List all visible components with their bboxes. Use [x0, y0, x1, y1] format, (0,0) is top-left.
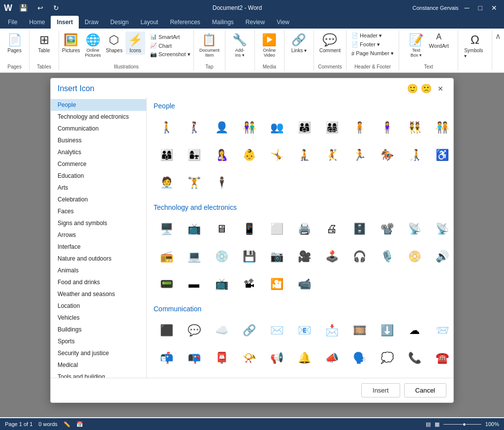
- icon-cell[interactable]: 📱: [236, 216, 262, 242]
- ribbon-tab-file[interactable]: File: [2, 16, 23, 29]
- icon-cell[interactable]: 🧎: [291, 142, 317, 168]
- sidebar-item-commerce[interactable]: Commerce: [51, 158, 146, 170]
- document-item-button[interactable]: 📋 DocumentItem: [197, 32, 221, 59]
- table-button[interactable]: ⊞ Table: [34, 32, 54, 55]
- icon-cell[interactable]: 🧍‍♀️: [374, 115, 400, 140]
- ribbon-tab-draw[interactable]: Draw: [79, 16, 104, 29]
- icons-button[interactable]: ⚡ Icons: [126, 32, 145, 55]
- icon-cell[interactable]: 📮: [209, 345, 234, 371]
- smartart-button[interactable]: 📊SmartArt: [148, 33, 192, 41]
- shapes-button[interactable]: ⬡ Shapes: [104, 32, 125, 55]
- icon-cell[interactable]: 📡: [429, 216, 453, 242]
- icon-cell[interactable]: 📯: [236, 345, 262, 371]
- sidebar-item-faces[interactable]: Faces: [51, 205, 146, 217]
- icon-cell[interactable]: 📻: [154, 244, 179, 269]
- icon-cell[interactable]: 🗣️: [346, 345, 372, 371]
- icon-cell[interactable]: 💾: [236, 244, 262, 269]
- icon-cell[interactable]: 🏃: [346, 142, 372, 168]
- icon-cell[interactable]: 🎧: [346, 244, 372, 269]
- sidebar-item-analytics[interactable]: Analytics: [51, 146, 146, 158]
- icon-cell[interactable]: 📣: [319, 345, 345, 371]
- ribbon-tab-layout[interactable]: Layout: [134, 16, 164, 29]
- comment-button[interactable]: 💬 Comment: [317, 32, 343, 55]
- icon-cell[interactable]: 🖥: [209, 216, 234, 242]
- pages-button[interactable]: 📄 Pages: [5, 32, 25, 55]
- icon-cell[interactable]: 🔗: [236, 318, 262, 343]
- page-number-button[interactable]: #Page Number ▾: [349, 49, 396, 58]
- ribbon-tab-view[interactable]: View: [271, 16, 295, 29]
- icon-cell[interactable]: 👥: [264, 115, 289, 140]
- icon-cell[interactable]: 🔔: [291, 345, 317, 371]
- ribbon-tab-mailings[interactable]: Mailings: [206, 16, 240, 29]
- sidebar-item-interface[interactable]: Interface: [51, 241, 146, 253]
- sad-icon[interactable]: 🙁: [421, 83, 432, 94]
- maximize-btn[interactable]: □: [475, 3, 485, 13]
- wordart-button[interactable]: AWordArt: [427, 32, 451, 50]
- header-button[interactable]: 📄Header ▾: [349, 32, 384, 40]
- ribbon-tab-home[interactable]: Home: [23, 16, 51, 29]
- online-pictures-button[interactable]: 🌐 OnlinePictures: [83, 32, 103, 59]
- icon-cell[interactable]: 🖥️: [154, 216, 179, 242]
- icon-cell[interactable]: ✉️: [264, 318, 289, 343]
- addins-button[interactable]: 🔧 Add-ins ▾: [230, 32, 250, 59]
- icon-cell[interactable]: 📟: [154, 271, 179, 297]
- ribbon-tab-references[interactable]: References: [164, 16, 206, 29]
- icon-cell[interactable]: 📩: [319, 318, 345, 343]
- icon-cell[interactable]: 📠: [154, 373, 179, 378]
- icon-cell[interactable]: 🤸: [264, 142, 289, 168]
- textbox-button[interactable]: 📝 TextBox ▾: [407, 32, 426, 59]
- icon-cell[interactable]: 🏋️: [181, 170, 207, 196]
- ribbon-tab-design[interactable]: Design: [104, 16, 134, 29]
- icon-cell[interactable]: ⬇️: [374, 318, 400, 343]
- icon-cell[interactable]: 👤: [209, 115, 234, 140]
- cancel-button[interactable]: Cancel: [404, 383, 446, 397]
- icon-cell[interactable]: ♿: [429, 142, 453, 168]
- icon-cell[interactable]: 🤾: [319, 142, 345, 168]
- icon-cell[interactable]: 🤱: [209, 142, 234, 168]
- icon-cell[interactable]: 🎥: [291, 244, 317, 269]
- icon-cell[interactable]: 👯: [402, 115, 427, 140]
- save-btn[interactable]: 💾: [16, 3, 31, 13]
- sidebar-item-technology-and-electronics[interactable]: Technology and electronics: [51, 111, 146, 123]
- ribbon-tab-review[interactable]: Review: [240, 16, 271, 29]
- sidebar-item-education[interactable]: Education: [51, 170, 146, 182]
- links-button[interactable]: 🔗 Links ▾: [289, 32, 309, 55]
- icon-cell[interactable]: 👨‍👩‍👧: [291, 115, 317, 140]
- icon-cell[interactable]: 📢: [264, 345, 289, 371]
- icon-cell[interactable]: 🔊: [429, 244, 453, 269]
- icon-cell[interactable]: 📬: [154, 345, 179, 371]
- sidebar-item-location[interactable]: Location: [51, 300, 146, 312]
- sidebar-item-vehicles[interactable]: Vehicles: [51, 312, 146, 324]
- sidebar-item-communication[interactable]: Communication: [51, 123, 146, 134]
- icon-cell[interactable]: 🎦: [264, 271, 289, 297]
- close-btn[interactable]: ✕: [488, 3, 500, 13]
- icon-cell[interactable]: 💻: [181, 244, 207, 269]
- icon-cell[interactable]: 🧍: [346, 115, 372, 140]
- icon-cell[interactable]: 📧: [291, 318, 317, 343]
- sidebar-item-weather-and-seasons[interactable]: Weather and seasons: [51, 288, 146, 300]
- icon-cell[interactable]: 🧑‍🤝‍🧑: [429, 115, 453, 140]
- icon-cell[interactable]: 💭: [374, 345, 400, 371]
- icon-cell[interactable]: 🗄️: [346, 216, 372, 242]
- online-video-button[interactable]: ▶️ OnlineVideo: [259, 32, 279, 59]
- icon-cell[interactable]: 🎙️: [374, 244, 400, 269]
- sidebar-item-arts[interactable]: Arts: [51, 182, 146, 194]
- icon-cell[interactable]: 🕴️: [209, 170, 234, 196]
- icon-cell[interactable]: 💬: [181, 318, 207, 343]
- footer-button[interactable]: 📄Footer ▾: [349, 40, 382, 49]
- sidebar-item-nature-and-outdoors[interactable]: Nature and outdoors: [51, 253, 146, 265]
- icon-cell[interactable]: 📭: [181, 345, 207, 371]
- sidebar-item-business[interactable]: Business: [51, 134, 146, 146]
- ribbon-collapse-btn[interactable]: ∧: [493, 32, 503, 41]
- chart-button[interactable]: 📈Chart: [148, 41, 192, 50]
- sidebar-item-sports[interactable]: Sports: [51, 335, 146, 347]
- sidebar-item-celebration[interactable]: Celebration: [51, 194, 146, 205]
- sidebar-item-medical[interactable]: Medical: [51, 359, 146, 371]
- icon-cell[interactable]: 🖨: [319, 216, 345, 242]
- icon-cell[interactable]: 👨‍👩‍👦: [154, 142, 179, 168]
- sidebar-item-people[interactable]: People: [51, 99, 146, 111]
- icon-cell[interactable]: 📺: [181, 216, 207, 242]
- sidebar-item-signs-and-symbols[interactable]: Signs and symbols: [51, 217, 146, 229]
- ribbon-tab-insert[interactable]: Insert: [51, 16, 79, 29]
- icon-cell[interactable]: 🧑‍🦯: [402, 142, 427, 168]
